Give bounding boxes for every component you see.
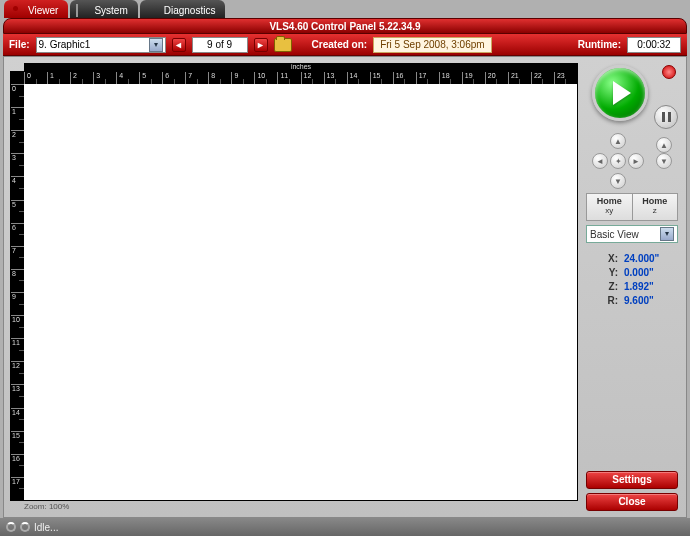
close-button[interactable]: Close xyxy=(586,493,678,511)
coord-y-value: 0.000" xyxy=(624,267,654,278)
file-select[interactable]: 9. Graphic1 ▾ xyxy=(36,37,166,53)
z-up-button[interactable]: ▲ xyxy=(656,137,672,153)
tab-system[interactable]: System xyxy=(70,0,137,18)
view-select-value: Basic View xyxy=(590,229,639,240)
open-folder-button[interactable] xyxy=(274,38,292,52)
view-select[interactable]: Basic View ▾ xyxy=(586,225,678,243)
canvas[interactable]: 01234567891011121314151617181920212223 0… xyxy=(10,71,578,501)
z-down-button[interactable]: ▼ xyxy=(656,153,672,169)
home-xy-button[interactable]: Home xy xyxy=(587,194,633,220)
tab-diagnostics-label: Diagnostics xyxy=(164,5,216,16)
pause-button[interactable] xyxy=(654,105,678,129)
chevron-down-icon: ▾ xyxy=(660,227,674,241)
record-button[interactable] xyxy=(662,65,676,79)
home-z-button[interactable]: Home z xyxy=(633,194,678,220)
play-button[interactable] xyxy=(592,65,648,121)
settings-button[interactable]: Settings xyxy=(586,471,678,489)
jog-center-button[interactable]: ✦ xyxy=(610,153,626,169)
next-file-button[interactable]: ► xyxy=(254,38,268,52)
created-label: Created on: xyxy=(312,39,368,50)
runtime-value: 0:00:32 xyxy=(627,37,681,53)
status-bar: Idle... xyxy=(0,518,690,536)
window-title: VLS4.60 Control Panel 5.22.34.9 xyxy=(3,18,687,34)
coord-r-value: 9.600" xyxy=(624,295,654,306)
home-xy-label: Home xyxy=(587,196,632,206)
coord-x-value: 24.000" xyxy=(624,253,659,264)
tab-viewer[interactable]: Viewer xyxy=(4,0,68,18)
home-xy-sub: xy xyxy=(587,206,632,216)
tab-system-label: System xyxy=(94,5,127,16)
ruler-horizontal: 01234567891011121314151617181920212223 xyxy=(24,72,577,84)
coord-z-label: Z: xyxy=(604,281,618,292)
zoom-indicator: Zoom: 100% xyxy=(10,501,578,511)
toolbar: File: 9. Graphic1 ▾ ◄ 9 of 9 ► Created o… xyxy=(3,34,687,56)
prev-file-button[interactable]: ◄ xyxy=(172,38,186,52)
jog-right-button[interactable]: ► xyxy=(628,153,644,169)
file-label: File: xyxy=(9,39,30,50)
diagnostics-icon xyxy=(146,5,160,15)
side-panel: ▲ ◄ ✦ ► ▼ ▲ ▼ Home xy Home z Basic View xyxy=(582,57,686,517)
coord-y-label: Y: xyxy=(604,267,618,278)
created-value: Fri 5 Sep 2008, 3:06pm xyxy=(373,37,492,53)
file-select-value: 9. Graphic1 xyxy=(39,39,91,50)
eye-icon xyxy=(10,5,24,15)
busy-icon xyxy=(6,522,16,532)
home-z-label: Home xyxy=(633,196,678,206)
coordinates-readout: X:24.000" Y:0.000" Z:1.892" R:9.600" xyxy=(586,247,678,309)
coord-r-label: R: xyxy=(604,295,618,306)
page-indicator: 9 of 9 xyxy=(192,37,248,53)
workspace[interactable] xyxy=(24,84,577,500)
ruler-unit-label: inches xyxy=(24,63,578,71)
coord-z-value: 1.892" xyxy=(624,281,654,292)
chevron-down-icon: ▾ xyxy=(149,38,163,52)
status-text: Idle... xyxy=(34,522,58,533)
jog-left-button[interactable]: ◄ xyxy=(592,153,608,169)
tab-diagnostics[interactable]: Diagnostics xyxy=(140,0,226,18)
jog-down-button[interactable]: ▼ xyxy=(610,173,626,189)
home-z-sub: z xyxy=(633,206,678,216)
canvas-area: inches 012345678910111213141516171819202… xyxy=(4,57,582,517)
jog-up-button[interactable]: ▲ xyxy=(610,133,626,149)
coord-x-label: X: xyxy=(604,253,618,264)
chip-icon xyxy=(76,5,90,15)
runtime-label: Runtime: xyxy=(578,39,621,50)
tab-viewer-label: Viewer xyxy=(28,5,58,16)
busy-icon xyxy=(20,522,30,532)
ruler-vertical: 01234567891011121314151617 xyxy=(11,72,24,500)
